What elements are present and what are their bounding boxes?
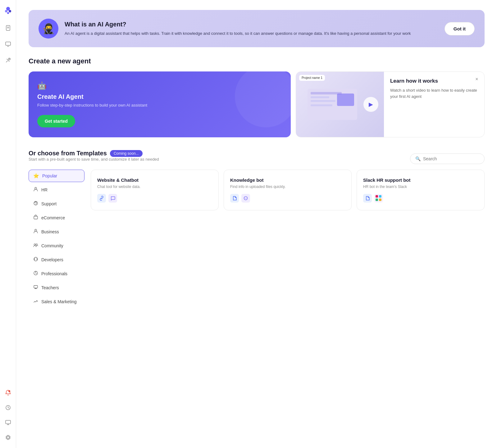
learn-card-title: Learn how it works bbox=[390, 78, 478, 84]
category-popular[interactable]: ⭐ Popular bbox=[29, 170, 84, 182]
file2-icon bbox=[363, 194, 372, 203]
business-icon bbox=[33, 229, 38, 235]
template-card-description: Find info in uploaded files quickly. bbox=[230, 185, 345, 189]
svg-point-1 bbox=[5, 10, 7, 12]
get-started-button[interactable]: Get started bbox=[37, 115, 75, 127]
teachers-icon bbox=[33, 285, 38, 290]
templates-body: ⭐ Popular HR Support bbox=[29, 170, 485, 308]
template-card-description: HR bot in the team's Slack bbox=[363, 185, 478, 189]
support-icon bbox=[33, 201, 38, 207]
main-content: 🥷 What is an AI Agent? An AI agent is a … bbox=[16, 0, 497, 448]
category-sales-marketing[interactable]: Sales & Marketing bbox=[29, 295, 84, 308]
templates-title-row: Or choose from Templates Coming soon... bbox=[29, 150, 159, 157]
category-business[interactable]: Business bbox=[29, 225, 84, 238]
category-label: Sales & Marketing bbox=[41, 299, 77, 304]
template-cards-grid: Website & Chatbot Chat tool for website … bbox=[91, 170, 485, 308]
create-card-description: Follow step-by-step instructions to buil… bbox=[37, 103, 282, 107]
category-list: ⭐ Popular HR Support bbox=[29, 170, 84, 308]
sales-icon bbox=[33, 299, 38, 304]
nav-tools-icon[interactable] bbox=[2, 55, 14, 66]
play-button[interactable]: ▶ bbox=[363, 97, 378, 112]
template-card-icons bbox=[97, 194, 212, 203]
nav-notifications-icon[interactable] bbox=[2, 387, 14, 398]
svg-point-31 bbox=[35, 187, 37, 189]
category-ecommerce[interactable]: eCommerce bbox=[29, 211, 84, 224]
nav-monitor-icon[interactable] bbox=[2, 417, 14, 428]
svg-point-36 bbox=[34, 244, 36, 245]
svg-rect-12 bbox=[6, 420, 11, 424]
templates-title: Or choose from Templates bbox=[29, 150, 107, 157]
svg-rect-7 bbox=[6, 42, 11, 45]
svg-rect-40 bbox=[34, 286, 38, 288]
learn-video-thumbnail[interactable]: Project name 1 ▶ bbox=[296, 72, 384, 137]
nav-play-icon[interactable] bbox=[2, 39, 14, 50]
category-label: eCommerce bbox=[41, 215, 65, 220]
category-label: Teachers bbox=[41, 285, 59, 290]
category-label: HR bbox=[41, 187, 48, 192]
category-label: Support bbox=[41, 201, 57, 206]
nav-chip-icon[interactable] bbox=[2, 432, 14, 443]
template-card-description: Chat tool for website data. bbox=[97, 185, 212, 189]
file-icon bbox=[230, 194, 239, 203]
category-label: Business bbox=[41, 229, 59, 234]
category-label: Developers bbox=[41, 257, 63, 262]
svg-rect-27 bbox=[311, 96, 329, 98]
svg-rect-16 bbox=[7, 437, 9, 438]
svg-point-3 bbox=[7, 12, 9, 14]
svg-point-46 bbox=[246, 198, 247, 199]
svg-rect-26 bbox=[311, 92, 342, 94]
hr-icon bbox=[33, 187, 38, 193]
create-row: 🤖 Create AI Agent Follow step-by-step in… bbox=[29, 71, 485, 137]
svg-point-10 bbox=[8, 390, 10, 392]
chat2-icon bbox=[241, 194, 250, 203]
learn-card: Project name 1 ▶ × Learn how it works bbox=[296, 71, 485, 137]
popular-icon: ⭐ bbox=[33, 173, 39, 179]
logo-icon bbox=[3, 5, 13, 15]
left-sidebar bbox=[0, 0, 16, 448]
learn-close-button[interactable]: × bbox=[473, 75, 481, 83]
templates-subtitle: Start with a pre-built agent to save tim… bbox=[29, 157, 159, 162]
category-professionals[interactable]: Professionals bbox=[29, 267, 84, 280]
banner-title: What is an AI Agent? bbox=[65, 21, 438, 28]
svg-rect-34 bbox=[34, 216, 38, 219]
category-community[interactable]: Community bbox=[29, 239, 84, 252]
create-card-icon: 🤖 bbox=[37, 81, 282, 90]
slack-icon bbox=[374, 194, 383, 203]
svg-rect-29 bbox=[311, 104, 332, 106]
svg-rect-28 bbox=[311, 100, 335, 102]
svg-point-44 bbox=[245, 198, 245, 199]
category-developers[interactable]: Developers bbox=[29, 253, 84, 266]
create-card-title: Create AI Agent bbox=[37, 93, 282, 100]
create-section-title: Create a new agent bbox=[29, 57, 485, 65]
category-teachers[interactable]: Teachers bbox=[29, 281, 84, 294]
template-card-slack-hr[interactable]: Slack HR support bot HR bot in the team'… bbox=[357, 170, 485, 210]
category-label: Community bbox=[41, 243, 63, 248]
coming-soon-badge: Coming soon... bbox=[110, 150, 143, 157]
template-card-knowledge-bot[interactable]: Knowledge bot Find info in uploaded file… bbox=[224, 170, 352, 210]
info-banner: 🥷 What is an AI Agent? An AI agent is a … bbox=[29, 10, 485, 47]
nav-history-icon[interactable] bbox=[2, 402, 14, 413]
got-it-button[interactable]: Got it bbox=[445, 22, 475, 35]
template-card-title: Slack HR support bot bbox=[363, 177, 478, 183]
templates-header: Or choose from Templates Coming soon... … bbox=[29, 150, 485, 168]
link-icon bbox=[97, 194, 106, 203]
ecommerce-icon bbox=[33, 215, 38, 221]
category-label: Professionals bbox=[41, 271, 67, 276]
svg-rect-30 bbox=[337, 94, 354, 106]
banner-text: What is an AI Agent? An AI agent is a di… bbox=[65, 21, 438, 37]
template-card-website-chatbot[interactable]: Website & Chatbot Chat tool for website … bbox=[91, 170, 219, 210]
template-card-icons bbox=[363, 194, 478, 203]
search-input[interactable] bbox=[423, 156, 479, 161]
svg-point-33 bbox=[35, 204, 36, 205]
learn-card-description: Watch a short video to learn how to easi… bbox=[390, 87, 478, 99]
category-label: Popular bbox=[42, 173, 57, 178]
learn-card-text: × Learn how it works Watch a short video… bbox=[384, 72, 484, 137]
chat-icon bbox=[108, 194, 117, 203]
community-icon bbox=[33, 243, 38, 249]
category-support[interactable]: Support bbox=[29, 197, 84, 210]
templates-section: Or choose from Templates Coming soon... … bbox=[29, 150, 485, 308]
category-hr[interactable]: HR bbox=[29, 183, 84, 196]
nav-documents-icon[interactable] bbox=[2, 22, 14, 34]
svg-point-0 bbox=[6, 7, 10, 11]
search-icon: 🔍 bbox=[415, 156, 421, 161]
